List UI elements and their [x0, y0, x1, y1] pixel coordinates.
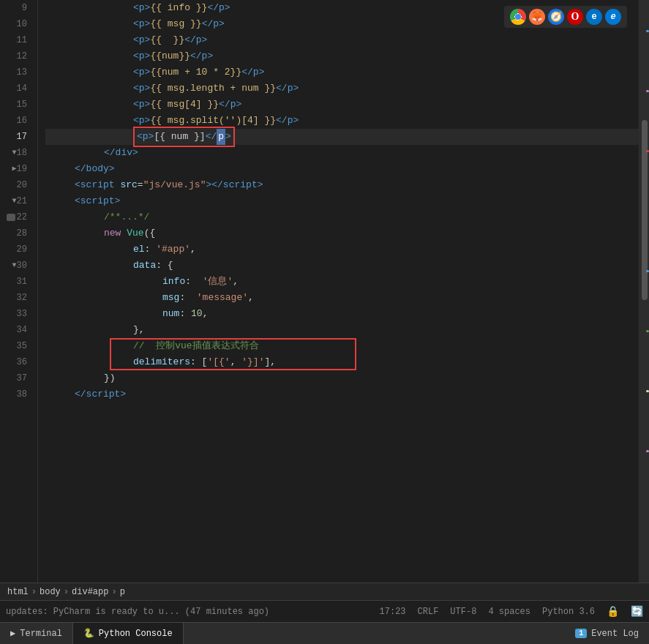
code-line-31: info: '信息', — [45, 274, 649, 290]
code-line-20: <script src="js/vue.js"></script> — [45, 177, 649, 193]
code-line-14: <p>{{ msg.length + num }}</p> — [45, 80, 649, 97]
code-line-35: // 控制vue插值表达式符合 — [45, 338, 649, 354]
code-line-11: <p>{{ }}</p> — [45, 32, 649, 48]
ln-37: 37 — [0, 370, 31, 386]
ln-28: 28 — [0, 225, 31, 242]
status-eol[interactable]: CRLF — [418, 607, 439, 617]
code-line-29: el: '#app', — [45, 242, 649, 258]
status-lock-icon: 🔒 — [607, 605, 619, 618]
ln-21: ▼ 21 — [0, 193, 31, 209]
browser-icons-bar: 🦊 🧭 O e e — [504, 6, 627, 28]
code-line-37: }) — [45, 370, 649, 386]
code-line-36: delimiters: ['[{', '}]'], — [45, 354, 649, 370]
status-sync-icon[interactable]: 🔄 — [631, 605, 643, 618]
code-line-21: <script> — [45, 193, 649, 209]
red-box-container: // 控制vue插值表达式符合 delimiters: ['[{', '}]']… — [45, 338, 649, 370]
status-indent[interactable]: 4 spaces — [488, 607, 530, 617]
scroll-indicator-3 — [646, 150, 649, 152]
scroll-indicator-4 — [646, 270, 649, 272]
code-line-13: <p>{{num + 10 * 2}}</p> — [45, 64, 649, 80]
ln-13: 13 — [0, 64, 31, 80]
code-line-34: }, — [45, 322, 649, 338]
ln-10: 10 — [0, 16, 31, 32]
code-line-30: data: { — [45, 258, 649, 274]
breadcrumb-sep-1: › — [31, 587, 37, 597]
scroll-indicator-6 — [646, 390, 649, 392]
breadcrumb-p[interactable]: p — [120, 587, 125, 597]
scroll-indicator-2 — [646, 90, 649, 92]
status-updates: updates: PyCharm is ready to u... (47 mi… — [6, 607, 269, 617]
code-line-32: msg: 'message', — [45, 290, 649, 306]
status-line-col[interactable]: 17:23 — [380, 607, 406, 617]
tab-event-log[interactable]: 1 Event Log — [565, 623, 649, 645]
terminal-label: Terminal — [20, 629, 62, 639]
ln-29: 29 — [0, 242, 31, 258]
status-python[interactable]: Python 3.6 — [542, 607, 595, 617]
ln-38: 38 — [0, 386, 31, 402]
ln-20: 20 — [0, 177, 31, 193]
scroll-indicator-1 — [646, 30, 649, 32]
status-bar: updates: PyCharm is ready to u... (47 mi… — [0, 600, 649, 622]
ln-9: 9 — [0, 0, 31, 16]
status-encoding[interactable]: UTF-8 — [450, 607, 476, 617]
breadcrumb-body[interactable]: body — [40, 587, 61, 597]
code-line-12: <p>{{num}}</p> — [45, 48, 649, 64]
ln-11: 11 — [0, 32, 31, 48]
code-line-15: <p>{{ msg[4] }}</p> — [45, 97, 649, 113]
breadcrumb-sep-3: › — [111, 587, 116, 597]
event-log-badge: 1 — [575, 629, 587, 638]
bottom-tabs: ▶ Terminal 🐍 Python Console 1 Event Log — [0, 622, 649, 644]
terminal-icon: ▶ — [10, 628, 15, 639]
scrollbar-track[interactable] — [639, 0, 649, 600]
ln-18: ▼ 18 — [0, 145, 31, 161]
ln-15: 15 — [0, 97, 31, 113]
ln-33: 33 — [0, 306, 31, 322]
right-scrollbar[interactable] — [639, 0, 649, 600]
ln-30: ▼ 30 — [0, 258, 31, 274]
ln-19: ▶ 19 — [0, 161, 31, 177]
ln-34: 34 — [0, 322, 31, 338]
code-line-19: </body> — [45, 161, 649, 177]
code-line-17: <p>[{ num }]</p> — [45, 129, 649, 145]
python-console-label: Python Console — [99, 629, 173, 639]
ln-22: 22 — [0, 209, 31, 225]
ln-17: 17 — [0, 129, 31, 145]
ln-36: 36 — [0, 354, 31, 370]
safari-icon[interactable]: 🧭 — [548, 9, 564, 25]
code-line-22: /**...*/ — [45, 209, 649, 225]
line-numbers: 9 10 11 12 13 14 15 16 17 ▼ 18 ▶ 19 20 ▼… — [0, 0, 38, 600]
ln-32: 32 — [0, 290, 31, 306]
ln-12: 12 — [0, 48, 31, 64]
chrome-icon[interactable] — [510, 9, 526, 25]
breadcrumb: html › body › div#app › p — [0, 583, 649, 600]
code-line-28: new Vue({ — [45, 225, 649, 242]
scroll-indicator-5 — [646, 330, 649, 332]
breadcrumb-html[interactable]: html — [7, 587, 29, 597]
code-line-18: </div> — [45, 145, 649, 161]
firefox-icon[interactable]: 🦊 — [529, 9, 545, 25]
scrollbar-thumb[interactable] — [642, 120, 648, 300]
opera-icon[interactable]: O — [567, 9, 583, 25]
tab-python-console[interactable]: 🐍 Python Console — [73, 623, 184, 645]
code-line-33: num: 10, — [45, 306, 649, 322]
breadcrumb-div[interactable]: div#app — [72, 587, 108, 597]
scroll-indicator-7 — [646, 450, 649, 452]
code-content[interactable]: <p>{{ info }}</p> <p>{{ msg }}</p> <p>{{… — [38, 0, 649, 600]
ln-31: 31 — [0, 274, 31, 290]
ln-16: 16 — [0, 113, 31, 129]
tab-terminal[interactable]: ▶ Terminal — [0, 623, 73, 645]
edge-icon[interactable]: e — [605, 9, 621, 25]
ln-14: 14 — [0, 80, 31, 97]
code-line-38: </script> — [45, 386, 649, 402]
ie-icon[interactable]: e — [586, 9, 602, 25]
event-log-label: Event Log — [591, 629, 639, 639]
python-console-icon: 🐍 — [83, 628, 94, 639]
breadcrumb-sep-2: › — [64, 587, 69, 597]
ln-35: 35 — [0, 338, 31, 354]
